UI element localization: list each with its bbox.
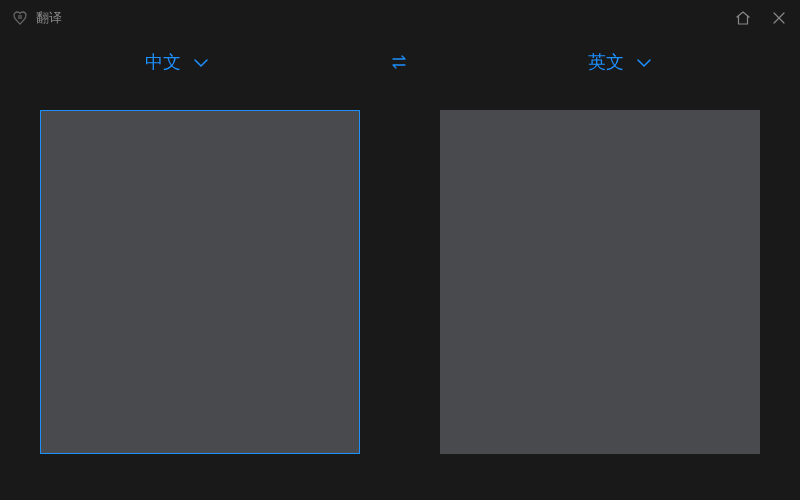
titlebar-controls	[734, 0, 788, 36]
home-icon	[735, 10, 751, 26]
app-logo-icon	[12, 10, 28, 26]
close-icon	[772, 11, 786, 25]
swap-languages-button[interactable]	[390, 54, 410, 70]
target-language-select[interactable]: 英文	[588, 50, 652, 74]
swap-icon	[390, 54, 410, 70]
titlebar-left: 翻译	[12, 9, 62, 27]
titlebar: 翻译	[0, 0, 800, 36]
app-title: 翻译	[36, 9, 62, 27]
chevron-down-icon	[636, 52, 652, 73]
home-button[interactable]	[734, 9, 752, 27]
target-language-label: 英文	[588, 50, 624, 74]
target-text-output[interactable]	[440, 110, 760, 454]
language-bar: 中文 英文	[0, 36, 800, 80]
close-button[interactable]	[770, 9, 788, 27]
source-language-label: 中文	[145, 50, 181, 74]
source-text-input[interactable]	[40, 110, 360, 454]
source-language-select[interactable]: 中文	[145, 50, 209, 74]
chevron-down-icon	[193, 52, 209, 73]
content-area	[0, 80, 800, 454]
